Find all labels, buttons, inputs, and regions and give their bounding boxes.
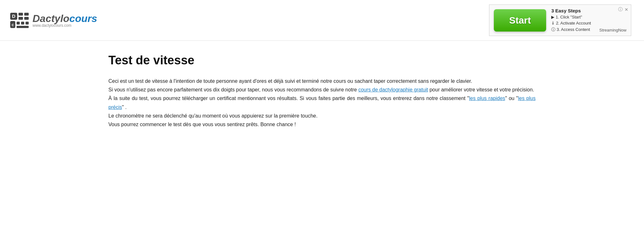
- ad-info-icon[interactable]: ⓘ: [618, 7, 623, 12]
- paragraph-4: Le chronomètre ne sera déclenché qu'au m…: [108, 111, 536, 120]
- paragraph-3: À la suite du test, vous pourrez télécha…: [108, 94, 536, 111]
- ad-step-2: ⇓ 2. Activate Account: [551, 21, 591, 25]
- ad-start-button[interactable]: Start: [494, 9, 546, 32]
- ad-close-icon[interactable]: ✕: [625, 7, 628, 12]
- logo-text-wrap: Dactylocours www.dactylocours.com: [33, 13, 97, 28]
- svg-rect-4: [18, 17, 23, 20]
- paragraph-2: Si vous n'utilisez pas encore parfaiteme…: [108, 85, 536, 94]
- ad-step-3: ⓘ 3. Access Content: [551, 27, 591, 32]
- svg-rect-9: [21, 22, 24, 25]
- logo-cours: cours: [70, 13, 97, 24]
- logo-text: Dactylocours: [33, 13, 97, 25]
- svg-text:D: D: [12, 13, 16, 19]
- paragraph-1: Ceci est un test de vitesse à l'intentio…: [108, 77, 536, 85]
- ad-steps-title: 3 Easy Steps: [551, 8, 591, 13]
- page-title: Test de vitesse: [108, 54, 536, 67]
- link-cours-gratuit[interactable]: cours de dactylographie gratuit: [358, 87, 428, 92]
- logo-area: D c Dactylocours www.dactylocours.com: [10, 12, 97, 29]
- svg-rect-3: [24, 13, 29, 16]
- svg-text:c: c: [11, 22, 14, 27]
- svg-rect-8: [17, 22, 20, 25]
- ad-brand: StreamingNow: [599, 28, 626, 32]
- download-icon: ⇓: [551, 21, 555, 25]
- logo-url: www.dactylocours.com: [33, 23, 97, 28]
- svg-rect-11: [17, 26, 29, 28]
- content-body: Ceci est un test de vitesse à l'intentio…: [108, 77, 536, 129]
- ad-controls: ⓘ ✕: [618, 7, 628, 12]
- keyboard-logo-icon: D c: [10, 12, 29, 29]
- cursor-icon: ▶: [551, 15, 554, 19]
- ad-banner: ⓘ ✕ Start 3 Easy Steps ▶ 1. Click "Start…: [489, 4, 631, 36]
- logo-dactylo: Dactylo: [33, 13, 70, 24]
- ad-steps: 3 Easy Steps ▶ 1. Click "Start" ⇓ 2. Act…: [551, 8, 591, 32]
- circle-check-icon: ⓘ: [551, 27, 555, 32]
- svg-rect-5: [24, 17, 29, 20]
- link-plus-rapides[interactable]: les plus rapides: [469, 96, 505, 101]
- paragraph-5: Vous pourrez commencer le test dès que v…: [108, 120, 536, 129]
- svg-rect-10: [26, 22, 29, 25]
- svg-rect-2: [18, 13, 23, 16]
- ad-step-1: ▶ 1. Click "Start": [551, 15, 591, 19]
